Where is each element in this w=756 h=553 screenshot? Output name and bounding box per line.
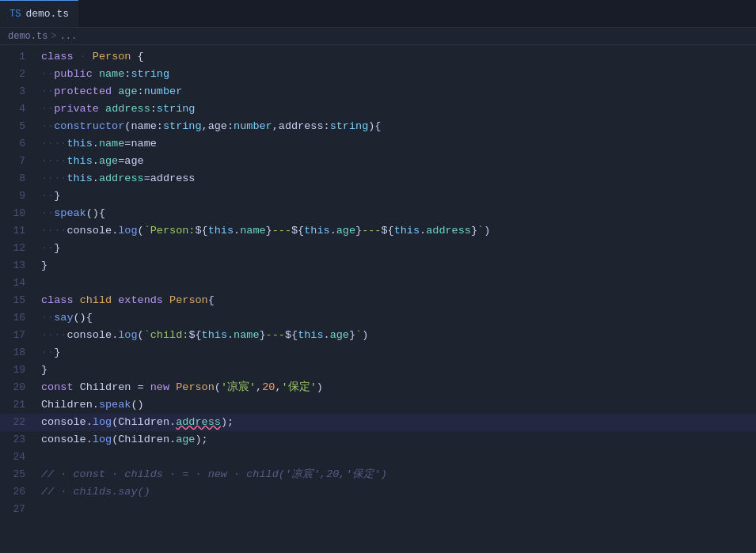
line-number: 13 xyxy=(0,257,38,275)
line-number: 6 xyxy=(0,135,38,153)
line-content: } xyxy=(38,257,756,275)
line-number: 16 xyxy=(0,309,38,327)
line-content: ····console.log(`Person:${this.name}---$… xyxy=(38,222,756,240)
line-number: 12 xyxy=(0,240,38,257)
line-number: 5 xyxy=(0,118,38,135)
line: 26 // · childs.say() xyxy=(0,483,756,501)
line-number: 4 xyxy=(0,100,38,118)
line-content: Children.speak() xyxy=(38,396,756,414)
line-number: 1 xyxy=(0,48,38,66)
active-tab[interactable]: TS demo.ts xyxy=(0,0,78,27)
line-number: 18 xyxy=(0,344,38,362)
line-content: console.log(Children.address); xyxy=(38,414,756,431)
breadcrumb: demo.ts > ... xyxy=(0,28,756,45)
line-number: 14 xyxy=(0,275,38,292)
line-content: ··} xyxy=(38,187,756,205)
line-content: class · Person { xyxy=(38,48,756,66)
line: 13 } xyxy=(0,257,756,275)
line-content: ····console.log(`child:${this.name}---${… xyxy=(38,327,756,344)
line-content: // · const · childs · = · new · child('凉… xyxy=(38,466,756,483)
line-number: 24 xyxy=(0,449,38,466)
line: 19 } xyxy=(0,362,756,379)
line: 8 ····this.address=address xyxy=(0,170,756,187)
line-number: 20 xyxy=(0,379,38,396)
line-number: 22 xyxy=(0,414,38,431)
line: 21 Children.speak() xyxy=(0,396,756,414)
line: 5 ··constructor(name:string,age:number,a… xyxy=(0,118,756,135)
line-content: ··} xyxy=(38,240,756,257)
line-number: 9 xyxy=(0,187,38,205)
line: 23 console.log(Children.age); xyxy=(0,431,756,449)
line: 4 ··private address:string xyxy=(0,100,756,118)
line: 18 ··} xyxy=(0,344,756,362)
line-content: ··public name:string xyxy=(38,66,756,83)
line: 10 ··speak(){ xyxy=(0,205,756,222)
line: 15 class child extends Person{ xyxy=(0,292,756,309)
line-number: 21 xyxy=(0,396,38,414)
line-content: ··private address:string xyxy=(38,100,756,118)
ts-icon: TS xyxy=(9,9,21,20)
line-number: 27 xyxy=(0,501,38,518)
line: 25 // · const · childs · = · new · child… xyxy=(0,466,756,483)
line: 16 ··say(){ xyxy=(0,309,756,327)
line-content: class child extends Person{ xyxy=(38,292,756,309)
line-number: 17 xyxy=(0,327,38,344)
line-content: ··speak(){ xyxy=(38,205,756,222)
line-number: 7 xyxy=(0,153,38,170)
line: 12 ··} xyxy=(0,240,756,257)
line-content: ····this.age=age xyxy=(38,153,756,170)
line-number: 8 xyxy=(0,170,38,187)
line-number: 19 xyxy=(0,362,38,379)
line-content: ··say(){ xyxy=(38,309,756,327)
line: 2 ··public name:string xyxy=(0,66,756,83)
line: 17 ····console.log(`child:${this.name}--… xyxy=(0,327,756,344)
line: 24 xyxy=(0,449,756,466)
line: 6 ····this.name=name xyxy=(0,135,756,153)
line: 3 ··protected age:number xyxy=(0,83,756,100)
line-content: console.log(Children.age); xyxy=(38,431,756,449)
line-content: ····this.name=name xyxy=(38,135,756,153)
breadcrumb-sep: > xyxy=(51,31,56,42)
line-content: } xyxy=(38,362,756,379)
tab-bar: TS demo.ts xyxy=(0,0,756,28)
line: 7 ····this.age=age xyxy=(0,153,756,170)
line-content: ··protected age:number xyxy=(38,83,756,100)
line-number: 3 xyxy=(0,83,38,100)
breadcrumb-extra: ... xyxy=(60,31,78,42)
line-number: 10 xyxy=(0,205,38,222)
line-content: const Children = new Person('凉宸',20,'保定'… xyxy=(38,379,756,396)
line: 9 ··} xyxy=(0,187,756,205)
line-content: ··constructor(name:string,age:number,add… xyxy=(38,118,756,135)
tab-filename: demo.ts xyxy=(25,8,69,20)
line-number: 11 xyxy=(0,222,38,240)
line-number: 25 xyxy=(0,466,38,483)
breadcrumb-file: demo.ts xyxy=(8,31,47,42)
line-content: // · childs.say() xyxy=(38,483,756,501)
line: 27 xyxy=(0,501,756,518)
line-number: 26 xyxy=(0,483,38,501)
line-number: 2 xyxy=(0,66,38,83)
line-number: 15 xyxy=(0,292,38,309)
line-content: ····this.address=address xyxy=(38,170,756,187)
line-content: ··} xyxy=(38,344,756,362)
line: 22 console.log(Children.address); xyxy=(0,414,756,431)
line: 1 class · Person { xyxy=(0,48,756,66)
line: 14 xyxy=(0,275,756,292)
editor: 1 class · Person { 2 ··public name:strin… xyxy=(0,45,756,521)
line-number: 23 xyxy=(0,431,38,449)
line: 11 ····console.log(`Person:${this.name}-… xyxy=(0,222,756,240)
line: 20 const Children = new Person('凉宸',20,'… xyxy=(0,379,756,396)
